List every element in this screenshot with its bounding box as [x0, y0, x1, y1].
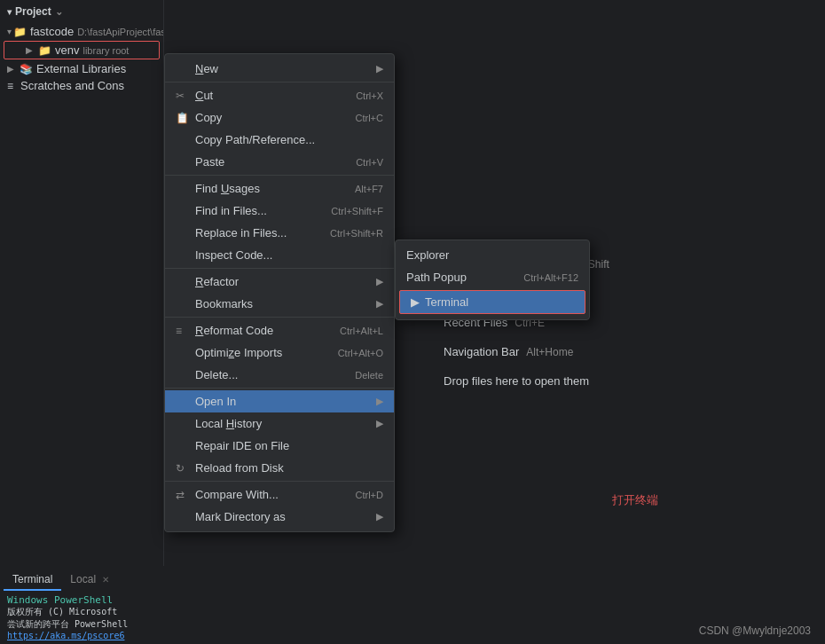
reload-label: Reload from Disk — [195, 461, 383, 475]
menu-item-open-in[interactable]: Open In ▶ — [165, 390, 394, 412]
submenu-item-terminal[interactable]: ▶ Terminal — [399, 290, 585, 314]
submenu-item-explorer[interactable]: Explorer — [396, 244, 589, 266]
menu-item-copy-path[interactable]: Copy Path/Reference... — [165, 129, 394, 151]
open-in-arrow: ▶ — [376, 396, 383, 407]
menu-item-compare-with[interactable]: ⇄ Compare With... Ctrl+D — [165, 483, 394, 506]
menu-item-mark-directory[interactable]: Mark Directory as ▶ — [165, 506, 394, 528]
project-title: Project — [15, 5, 51, 18]
bookmarks-label: Bookmarks — [195, 297, 369, 310]
find-files-shortcut: Ctrl+Shift+F — [331, 206, 383, 216]
separator5 — [165, 388, 394, 389]
tab-bar: Terminal Local ✕ — [0, 566, 164, 591]
refactor-label: Refactor — [195, 275, 369, 288]
menu-item-refactor[interactable]: Refactor ▶ — [165, 271, 394, 293]
tab-terminal[interactable]: Terminal — [4, 569, 61, 591]
project-header[interactable]: ▾ Project ⌄ — [0, 0, 163, 23]
tree-item-scratches[interactable]: ≡ Scratches and Cons — [0, 77, 163, 94]
explorer-label: Explorer — [406, 248, 578, 262]
copy-icon: 📋 — [176, 112, 192, 124]
terminal-content: Windows PowerShell 版权所有 (C) Microsoft 尝试… — [0, 591, 164, 644]
menu-item-replace-in-files[interactable]: Replace in Files... Ctrl+Shift+R — [165, 222, 394, 244]
submenu-open-in: Explorer Path Popup Ctrl+Alt+F12 ▶ Termi… — [395, 240, 590, 320]
context-menu: New ▶ ✂ Cut Ctrl+X 📋 Copy Ctrl+C Copy Pa… — [164, 53, 395, 532]
venv-path: library root — [82, 45, 129, 56]
delete-label: Delete... — [195, 368, 337, 381]
open-in-label: Open In — [195, 395, 369, 408]
bottom-section: Terminal Local ✕ Windows PowerShell 版权所有… — [0, 566, 164, 644]
ext-libs-icon: 📚 — [20, 63, 33, 75]
menu-item-cut[interactable]: ✂ Cut Ctrl+X — [165, 84, 394, 106]
menu-item-paste[interactable]: Paste Ctrl+V — [165, 151, 394, 173]
ext-libs-arrow: ▶ — [7, 64, 18, 74]
menu-item-find-in-files[interactable]: Find in Files... Ctrl+Shift+F — [165, 200, 394, 222]
optimize-shortcut: Ctrl+Alt+O — [338, 348, 383, 358]
tree-item-fastcode[interactable]: ▾ 📁 fastcode D:\fastApiProject\fastcode — [0, 23, 163, 40]
menu-item-new[interactable]: New ▶ — [165, 58, 394, 80]
nav-bar-shortcut: Alt+Home — [526, 346, 573, 358]
new-label: New — [195, 62, 369, 75]
refactor-arrow: ▶ — [376, 276, 383, 287]
menu-item-reload[interactable]: ↻ Reload from Disk — [165, 457, 394, 479]
menu-item-reformat[interactable]: ≡ Reformat Code Ctrl+Alt+L — [165, 319, 394, 342]
tab-local[interactable]: Local ✕ — [61, 569, 118, 591]
new-arrow: ▶ — [376, 63, 383, 75]
tab-close-icon[interactable]: ✕ — [102, 575, 109, 585]
path-popup-shortcut: Ctrl+Alt+F12 — [523, 272, 578, 283]
inspect-label: Inspect Code... — [195, 248, 383, 262]
scratches-icon: ≡ — [7, 80, 13, 92]
compare-label: Compare With... — [195, 488, 338, 501]
fastcode-path: D:\fastApiProject\fastcode — [77, 27, 163, 37]
project-dropdown-icon[interactable]: ⌄ — [55, 6, 63, 18]
menu-item-local-history[interactable]: Local History ▶ — [165, 412, 394, 435]
reformat-label: Reformat Code — [195, 324, 322, 337]
annotation-open-terminal: 打开终端 — [612, 492, 658, 508]
menu-item-delete[interactable]: Delete... Delete — [165, 364, 394, 386]
folder-icon: 📁 — [13, 26, 27, 38]
copy-path-label: Copy Path/Reference... — [195, 133, 383, 146]
tree-item-venv[interactable]: ▶ 📁 venv library root — [4, 41, 160, 59]
terminal-line3: 尝试新的跨平台 PowerShell https://aka.ms/pscore… — [7, 618, 157, 640]
compare-icon: ⇄ — [176, 489, 192, 501]
menu-item-inspect-code[interactable]: Inspect Code... — [165, 244, 394, 266]
replace-files-label: Replace in Files... — [195, 226, 312, 240]
terminal-icon: ▶ — [411, 295, 420, 309]
reformat-icon: ≡ — [176, 325, 192, 337]
paste-label: Paste — [195, 155, 338, 169]
scratches-label: Scratches and Cons — [20, 79, 124, 92]
terminal-label: Terminal — [425, 295, 574, 309]
fastcode-label: fastcode — [30, 25, 74, 38]
terminal-line2: 版权所有 (C) Microsoft — [7, 606, 157, 618]
local-history-label: Local History — [195, 417, 369, 430]
compare-shortcut: Ctrl+D — [356, 490, 383, 500]
paste-shortcut: Ctrl+V — [356, 157, 383, 168]
optimize-label: Optimize Imports — [195, 346, 320, 359]
mark-dir-label: Mark Directory as — [195, 510, 369, 523]
menu-item-repair-ide[interactable]: Repair IDE on File — [165, 435, 394, 457]
submenu-item-path-popup[interactable]: Path Popup Ctrl+Alt+F12 — [396, 266, 589, 288]
delete-shortcut: Delete — [355, 370, 383, 381]
reformat-shortcut: Ctrl+Alt+L — [340, 326, 383, 336]
local-history-arrow: ▶ — [376, 418, 383, 429]
cut-icon: ✂ — [176, 90, 192, 102]
menu-item-find-usages[interactable]: Find Usages Alt+F7 — [165, 177, 394, 200]
menu-item-bookmarks[interactable]: Bookmarks ▶ — [165, 293, 394, 315]
drop-files-hint: Drop files here to open them — [444, 374, 609, 388]
find-usages-shortcut: Alt+F7 — [355, 184, 383, 194]
menu-item-copy[interactable]: 📋 Copy Ctrl+C — [165, 106, 394, 129]
replace-files-shortcut: Ctrl+Shift+R — [330, 228, 383, 239]
venv-folder-icon: 📁 — [38, 44, 51, 57]
csdn-watermark: CSDN @Mwyldnje2003 — [699, 624, 811, 637]
separator4 — [165, 317, 394, 318]
expand-arrow: ▾ — [7, 27, 12, 36]
separator3 — [165, 268, 394, 269]
find-files-label: Find in Files... — [195, 204, 313, 217]
menu-item-optimize-imports[interactable]: Optimize Imports Ctrl+Alt+O — [165, 342, 394, 364]
tree-item-external-libs[interactable]: ▶ 📚 External Libraries — [0, 60, 163, 77]
terminal-link[interactable]: https://aka.ms/pscore6 — [7, 631, 124, 640]
find-usages-label: Find Usages — [195, 182, 337, 195]
separator1 — [165, 82, 394, 82]
reload-icon: ↻ — [176, 462, 192, 475]
nav-bar-label: Navigation Bar — [444, 345, 519, 358]
cut-shortcut: Ctrl+X — [356, 90, 383, 101]
mark-dir-arrow: ▶ — [376, 511, 383, 522]
